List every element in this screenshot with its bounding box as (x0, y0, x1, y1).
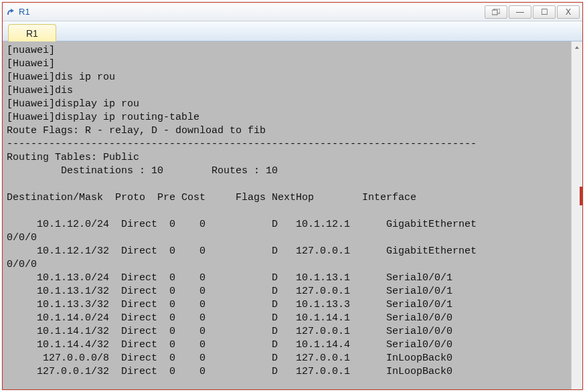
window-controls: — ☐ X (483, 5, 580, 19)
svg-rect-0 (492, 10, 497, 15)
maximize-button[interactable]: ☐ (533, 5, 556, 19)
app-icon (5, 7, 16, 17)
minimize-button[interactable]: — (509, 5, 531, 19)
title-bar[interactable]: R1 — ☐ X (3, 3, 582, 21)
vertical-scrollbar[interactable] (571, 41, 582, 389)
tab-bar: R1 (3, 21, 582, 41)
scroll-marker (580, 187, 582, 205)
app-window: R1 — ☐ X R1 [nuawei] [Huawei] [Huawei]di… (2, 2, 583, 390)
terminal-area: [nuawei] [Huawei] [Huawei]dis ip rou [Hu… (3, 41, 582, 389)
popout-button[interactable] (485, 5, 507, 19)
scroll-up-button[interactable] (572, 41, 582, 53)
window-title: R1 (19, 7, 483, 17)
scroll-track[interactable] (572, 53, 582, 389)
terminal-output[interactable]: [nuawei] [Huawei] [Huawei]dis ip rou [Hu… (3, 41, 570, 389)
tab-r1[interactable]: R1 (8, 24, 56, 41)
close-button[interactable]: X (557, 5, 580, 19)
